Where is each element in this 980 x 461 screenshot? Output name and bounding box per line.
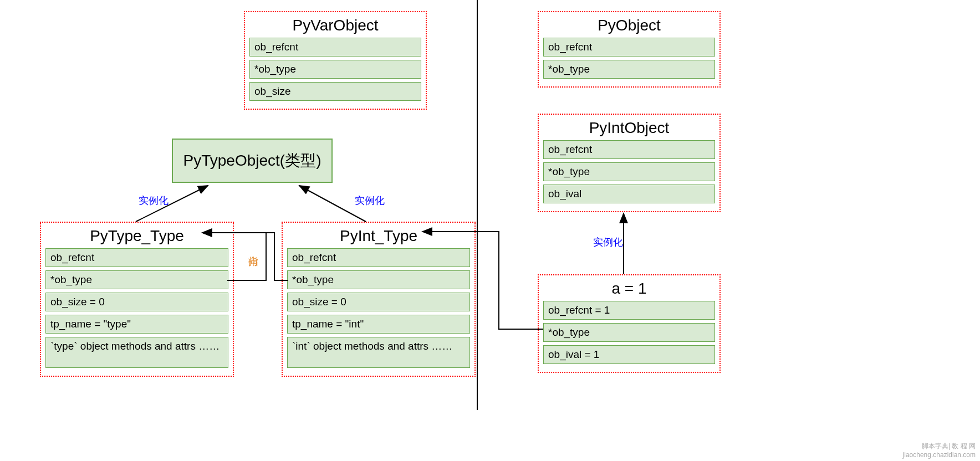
field: ob_size = 0 [287,293,470,311]
pytypeobject-title: PyTypeObject(类型) [183,150,321,171]
a-equals-1-box: a = 1 ob_refcnt = 1 *ob_type ob_ival = 1 [538,274,721,373]
field: ob_refcnt [45,248,228,267]
field: tp_name = "int" [287,315,470,334]
field: `int` object methods and attrs …… [287,337,470,368]
pyobject-box: PyObject ob_refcnt *ob_type [538,11,721,88]
pyintobject-box: PyIntObject ob_refcnt *ob_type ob_ival [538,114,721,212]
pytypeobject-box: PyTypeObject(类型) [172,139,333,183]
pyobject-title: PyObject [543,17,715,34]
a-equals-1-title: a = 1 [543,280,715,298]
pyint-type-box: PyInt_Type ob_refcnt *ob_type ob_size = … [282,222,476,377]
field: ob_refcnt [287,248,470,267]
field: ob_ival = 1 [543,345,715,364]
vertical-divider [477,0,478,410]
instantiate-label-2: 实例化 [355,194,385,207]
field: *ob_type [543,60,715,79]
field: *ob_type [543,323,715,342]
field: *ob_type [287,270,470,289]
field: ob_size [249,82,421,101]
field: ob_refcnt [543,140,715,159]
pytype-type-title: PyType_Type [45,227,228,245]
field: ob_refcnt [249,38,421,57]
instantiate-label-1: 实例化 [139,194,169,207]
pytype-type-box: PyType_Type ob_refcnt *ob_type ob_size =… [40,222,234,377]
pyintobject-title: PyIntObject [543,119,715,137]
watermark: 脚本字典| 教 程 网 jiaocheng.chazidian.com [903,442,976,459]
instantiate-label-3: 实例化 [593,235,623,249]
pyvarobject-title: PyVarObject [249,17,421,34]
field: *ob_type [249,60,421,79]
pyint-type-title: PyInt_Type [287,227,470,245]
field: ob_size = 0 [45,293,228,311]
field: ob_refcnt = 1 [543,301,715,320]
field: ob_ival [543,185,715,203]
field: ob_refcnt [543,38,715,57]
field: tp_name = "type" [45,315,228,334]
field: *ob_type [45,270,228,289]
field: `type` object methods and attrs …… [45,337,228,368]
pyvarobject-box: PyVarObject ob_refcnt *ob_type ob_size [244,11,427,110]
field: *ob_type [543,162,715,181]
